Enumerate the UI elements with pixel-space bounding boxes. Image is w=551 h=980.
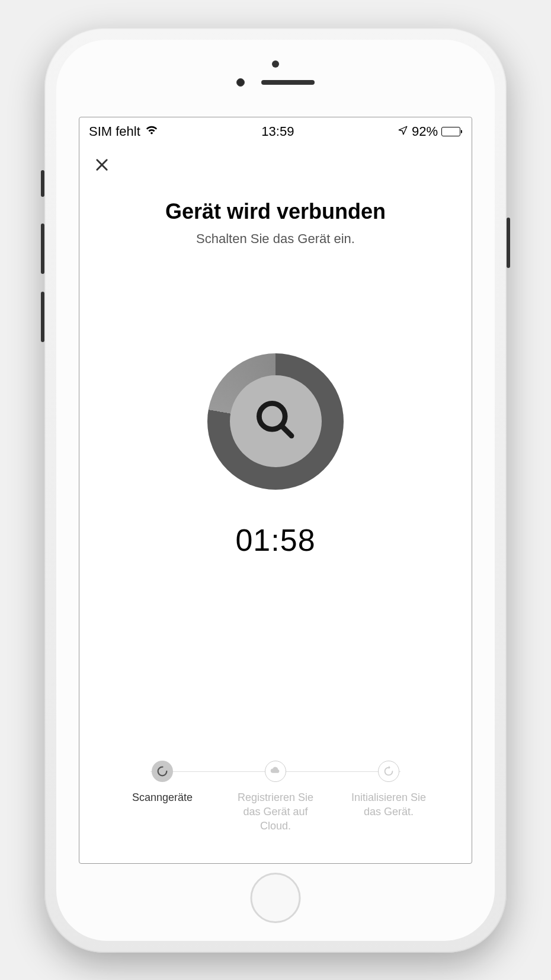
step-scan: Scanngeräte — [115, 761, 210, 834]
status-bar: SIM fehlt 13:59 92% — [79, 117, 472, 143]
volume-down-button — [41, 292, 44, 342]
app-screen: SIM fehlt 13:59 92% — [79, 117, 472, 864]
location-icon — [398, 124, 408, 139]
power-button — [507, 218, 510, 268]
wifi-icon — [145, 123, 158, 140]
step-register: Registrieren Sie das Gerät auf Cloud. — [228, 761, 323, 834]
spinner-icon — [152, 761, 173, 782]
carrier-label: SIM fehlt — [89, 124, 140, 139]
search-icon — [254, 398, 298, 445]
step-label: Scanngeräte — [132, 790, 193, 805]
page-subtitle: Schalten Sie das Gerät ein. — [196, 231, 355, 247]
step-label: Initialisieren Sie das Gerät. — [341, 790, 436, 819]
countdown-timer: 01:58 — [235, 522, 315, 558]
cloud-icon — [265, 761, 286, 782]
step-label: Registrieren Sie das Gerät auf Cloud. — [228, 790, 323, 834]
mute-switch — [41, 170, 44, 197]
battery-percent: 92% — [412, 124, 438, 139]
phone-device-frame: SIM fehlt 13:59 92% — [44, 28, 507, 953]
svg-point-1 — [158, 767, 167, 775]
close-icon — [94, 157, 110, 173]
progress-steps: Scanngeräte Registrieren Sie das Gerät a… — [97, 761, 454, 845]
proximity-sensor — [272, 60, 279, 68]
refresh-icon — [378, 761, 399, 782]
page-title: Gerät wird verbunden — [165, 199, 386, 224]
close-button[interactable] — [91, 154, 113, 175]
front-camera — [236, 78, 245, 87]
status-time: 13:59 — [261, 124, 294, 139]
earpiece-speaker — [261, 80, 315, 85]
progress-spinner — [207, 353, 344, 490]
volume-up-button — [41, 224, 44, 274]
home-button — [251, 873, 301, 923]
battery-icon — [441, 127, 462, 136]
step-initialize: Initialisieren Sie das Gerät. — [341, 761, 436, 834]
